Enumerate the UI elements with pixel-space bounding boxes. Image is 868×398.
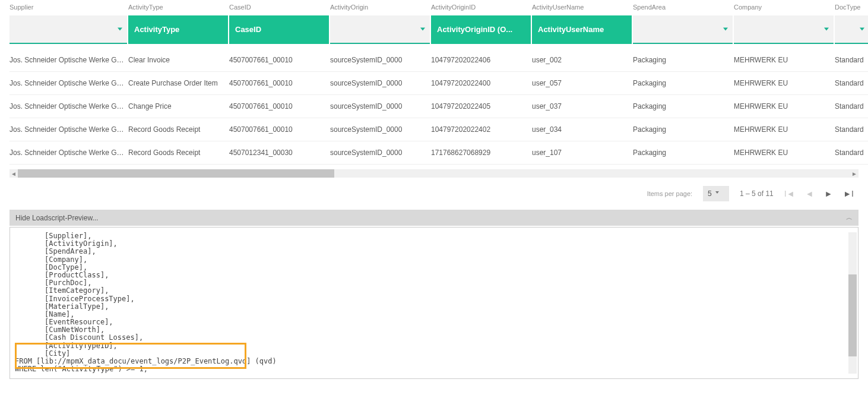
filter-supplier[interactable] <box>9 15 127 44</box>
cell-activityoriginid: 171768627068929 <box>431 141 532 165</box>
filter-label: CaseID <box>235 25 261 34</box>
cell-caseid: 4507007661_00010 <box>229 95 330 118</box>
chevron-down-icon <box>118 28 122 31</box>
horizontal-scrollbar[interactable]: ◄ ► <box>9 169 859 178</box>
filter-activityusername[interactable]: ActivityUserName <box>532 15 632 44</box>
column-header-activityusername[interactable]: ActivityUserName <box>532 0 633 14</box>
cell-supplier: Jos. Schneider Optische Werke GmbH <box>9 45 128 72</box>
cell-activityusername: user_002 <box>532 45 633 72</box>
cell-activityorigin: sourceSystemID_0000 <box>330 72 431 95</box>
cell-activitytype: Change Price <box>128 95 229 118</box>
cell-activityoriginid: 104797202022406 <box>431 45 532 72</box>
items-per-page-value: 5 <box>708 189 712 198</box>
column-header-activityoriginid[interactable]: ActivityOriginID <box>431 0 532 14</box>
chevron-down-icon <box>824 28 829 31</box>
cell-activityusername: user_034 <box>532 118 633 141</box>
table-row[interactable]: Jos. Schneider Optische Werke GmbHRecord… <box>9 118 868 141</box>
column-header-supplier[interactable]: Supplier <box>9 0 128 14</box>
cell-activityoriginid: 104797202022405 <box>431 95 532 118</box>
cell-activitytype: Record Goods Receipt <box>128 118 229 141</box>
filter-label: ActivityUserName <box>538 25 604 34</box>
column-header-spendarea[interactable]: SpendArea <box>633 0 734 14</box>
cell-supplier: Jos. Schneider Optische Werke GmbH <box>9 118 128 141</box>
cell-activityorigin: sourceSystemID_0000 <box>330 95 431 118</box>
filter-spendarea[interactable] <box>633 15 733 44</box>
vertical-scrollbar[interactable] <box>848 232 857 374</box>
column-header-activityorigin[interactable]: ActivityOrigin <box>330 0 431 14</box>
cell-doctype: Standard <box>835 72 868 95</box>
cell-company: MEHRWERK EU <box>734 45 835 72</box>
cell-activityorigin: sourceSystemID_0000 <box>330 118 431 141</box>
filter-activityorigin[interactable] <box>330 15 430 44</box>
cell-caseid: 4507007661_00010 <box>229 45 330 72</box>
chevron-down-icon <box>715 191 719 194</box>
pagination-range: 1 – 5 of 11 <box>740 189 774 198</box>
column-header-company[interactable]: Company <box>734 0 835 14</box>
filter-label: ActivityType <box>134 25 179 34</box>
cell-activitytype: Create Purchase Order Item <box>128 72 229 95</box>
vertical-scroll-thumb[interactable] <box>848 274 857 356</box>
page-next-icon[interactable]: ► <box>824 189 832 198</box>
loadscript-code[interactable]: [Supplier], [ActivityOrigin], [SpendArea… <box>15 232 853 374</box>
table-row[interactable]: Jos. Schneider Optische Werke GmbHChange… <box>9 95 868 118</box>
column-header-activitytype[interactable]: ActivityType <box>128 0 229 14</box>
cell-doctype: Standard <box>835 118 868 141</box>
cell-doctype: Standard <box>835 95 868 118</box>
items-per-page-label: Items per page: <box>647 190 692 197</box>
cell-spendarea: Packaging <box>633 95 734 118</box>
filter-caseid[interactable]: CaseID <box>229 15 329 44</box>
table-row[interactable]: Jos. Schneider Optische Werke GmbHClear … <box>9 45 868 72</box>
items-per-page-select[interactable]: 5 <box>703 186 729 201</box>
data-table: SupplierActivityTypeCaseIDActivityOrigin… <box>9 0 868 165</box>
table-header-row: SupplierActivityTypeCaseIDActivityOrigin… <box>9 0 868 14</box>
cell-spendarea: Packaging <box>633 72 734 95</box>
cell-company: MEHRWERK EU <box>734 141 835 165</box>
page-last-icon[interactable]: ►I <box>843 189 854 198</box>
cell-activitytype: Record Goods Receipt <box>128 141 229 165</box>
cell-spendarea: Packaging <box>633 141 734 165</box>
chevron-down-icon <box>420 28 425 31</box>
column-header-doctype[interactable]: DocType <box>835 0 868 14</box>
cell-supplier: Jos. Schneider Optische Werke GmbH <box>9 72 128 95</box>
loadscript-preview-panel: [Supplier], [ActivityOrigin], [SpendArea… <box>9 227 859 379</box>
table-row[interactable]: Jos. Schneider Optische Werke GmbHRecord… <box>9 141 868 165</box>
cell-activitytype: Clear Invoice <box>128 45 229 72</box>
chevron-down-icon <box>723 28 728 31</box>
cell-caseid: 4507007661_00010 <box>229 118 330 141</box>
table-row[interactable]: Jos. Schneider Optische Werke GmbHCreate… <box>9 72 868 95</box>
column-header-caseid[interactable]: CaseID <box>229 0 330 14</box>
scroll-left-icon[interactable]: ◄ <box>9 170 18 177</box>
cell-company: MEHRWERK EU <box>734 118 835 141</box>
cell-caseid: 4507007661_00010 <box>229 72 330 95</box>
cell-doctype: Standard <box>835 141 868 165</box>
page-prev-icon[interactable]: ◄ <box>806 189 814 198</box>
filter-activityoriginid[interactable]: ActivityOriginID (O... <box>431 15 531 44</box>
scroll-thumb[interactable] <box>18 169 334 178</box>
cell-activityorigin: sourceSystemID_0000 <box>330 45 431 72</box>
cell-activityusername: user_037 <box>532 95 633 118</box>
filter-label: ActivityOriginID (O... <box>437 25 512 34</box>
cell-activityorigin: sourceSystemID_0000 <box>330 141 431 165</box>
cell-doctype: Standard <box>835 45 868 72</box>
table-body: Jos. Schneider Optische Werke GmbHClear … <box>9 45 868 165</box>
cell-spendarea: Packaging <box>633 45 734 72</box>
cell-activityoriginid: 104797202022400 <box>431 72 532 95</box>
cell-company: MEHRWERK EU <box>734 95 835 118</box>
loadscript-preview-label: Hide Loadscript-Preview... <box>15 214 98 222</box>
cell-activityusername: user_107 <box>532 141 633 165</box>
cell-supplier: Jos. Schneider Optische Werke GmbH <box>9 141 128 165</box>
cell-caseid: 4507012341_00030 <box>229 141 330 165</box>
cell-activityoriginid: 104797202022402 <box>431 118 532 141</box>
filter-activitytype[interactable]: ActivityType <box>128 15 228 44</box>
loadscript-preview-toggle[interactable]: Hide Loadscript-Preview... ︿ <box>9 210 859 226</box>
cell-supplier: Jos. Schneider Optische Werke GmbH <box>9 95 128 118</box>
filter-company[interactable] <box>734 15 834 44</box>
chevron-up-icon: ︿ <box>846 213 853 222</box>
cell-company: MEHRWERK EU <box>734 72 835 95</box>
chevron-down-icon <box>860 28 864 31</box>
cell-activityusername: user_057 <box>532 72 633 95</box>
page-first-icon[interactable]: I◄ <box>784 189 795 198</box>
pagination-bar: Items per page: 5 1 – 5 of 11 I◄ ◄ ► ►I <box>0 178 868 207</box>
filter-doctype[interactable] <box>835 15 868 44</box>
scroll-right-icon[interactable]: ► <box>850 170 859 177</box>
